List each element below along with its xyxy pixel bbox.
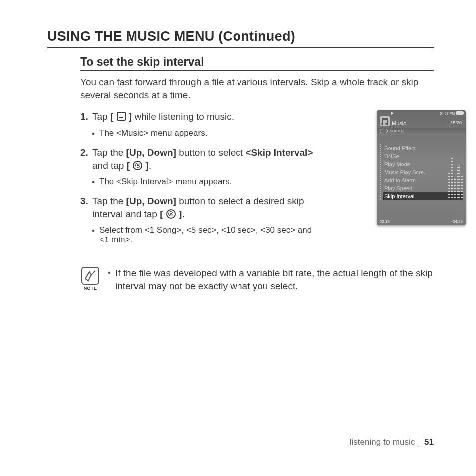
step-text: button to select [176, 147, 245, 158]
device-clock: 04:27 PM [440, 112, 455, 115]
device-time-total: 04:28 [453, 219, 463, 224]
section-title: To set the skip interval [80, 55, 434, 71]
step-text: and tap [92, 160, 127, 171]
bullet-icon: ■ [92, 177, 99, 187]
device-status-bar: 04:27 PM [377, 110, 466, 115]
substep-text: Select from <1 Song>, <5 sec>, <10 sec>,… [99, 225, 320, 245]
menu-icon [117, 112, 126, 121]
equalizer-icon [448, 153, 463, 198]
footer-chapter: listening to music _ [350, 437, 424, 447]
note-text: If the file was developed with a variabl… [115, 267, 434, 292]
bracket-open: [ [110, 111, 113, 122]
substep-text: The <Skip Interval> menu appears. [99, 177, 232, 187]
select-icon [166, 209, 176, 219]
step-2-sub: ■ The <Skip Interval> menu appears. [92, 177, 320, 187]
note-icon [81, 267, 99, 285]
step-number: 2. [80, 146, 92, 172]
step-1-sub: ■ The <Music> menu appears. [92, 128, 320, 138]
step-text: Tap [92, 111, 110, 122]
substep-text: The <Music> menu appears. [99, 128, 207, 138]
page-footer: listening to music _ 51 [350, 437, 434, 447]
step-3: 3. Tap the [Up, Down] button to select a… [80, 195, 320, 220]
bullet-icon: ■ [108, 267, 115, 292]
step-2: 2. Tap the [Up, Down] button to select <… [80, 146, 320, 172]
device-mode: NORMAL [390, 129, 405, 133]
step-bold: [Up, Down] [126, 196, 176, 206]
device-time-elapsed: 02:13 [380, 219, 390, 224]
note-label: NOTE [80, 286, 100, 291]
step-bold: <Skip Interval> [245, 147, 313, 158]
device-time-row: 02:13 04:28 [380, 219, 463, 224]
select-icon [133, 161, 142, 170]
note-block: NOTE ■ If the file was developed with a … [80, 267, 434, 292]
battery-icon [456, 111, 463, 115]
bullet-icon: ■ [92, 128, 99, 138]
music-icon [380, 116, 390, 126]
device-menu-item: Sound Effect [383, 144, 463, 152]
device-screenshot: 04:27 PM Music 15/20 NORMAL Sound Effect… [377, 110, 466, 225]
device-title: Music [392, 120, 406, 126]
bullet-icon: ■ [92, 225, 99, 245]
manual-page: USING THE MUSIC MENU (Continued) To set … [0, 0, 476, 476]
play-icon [391, 112, 394, 115]
step-1: 1. Tap [ ] while listening to music. [80, 110, 320, 123]
step-text: Tap the [92, 196, 126, 206]
footer-page-number: 51 [424, 437, 434, 447]
bracket-open: [ [160, 209, 163, 219]
step-text: . [182, 209, 184, 219]
step-3-sub: ■ Select from <1 Song>, <5 sec>, <10 sec… [92, 225, 320, 245]
device-title-row: Music 15/20 [377, 115, 466, 128]
step-bold: [Up, Down] [126, 147, 176, 158]
step-text: Tap the [92, 147, 126, 158]
device-track-count: 15/20 [449, 120, 463, 126]
step-text: . [149, 160, 151, 171]
step-number: 1. [80, 110, 92, 123]
device-mode-row: NORMAL [377, 128, 466, 135]
step-text: while listening to music. [132, 111, 234, 122]
bracket-open: [ [127, 160, 130, 171]
step-number: 3. [80, 195, 92, 220]
page-title: USING THE MUSIC MENU (Continued) [47, 29, 434, 48]
repeat-icon [380, 129, 388, 133]
section-intro: You can fast forward through a file at v… [80, 76, 434, 101]
